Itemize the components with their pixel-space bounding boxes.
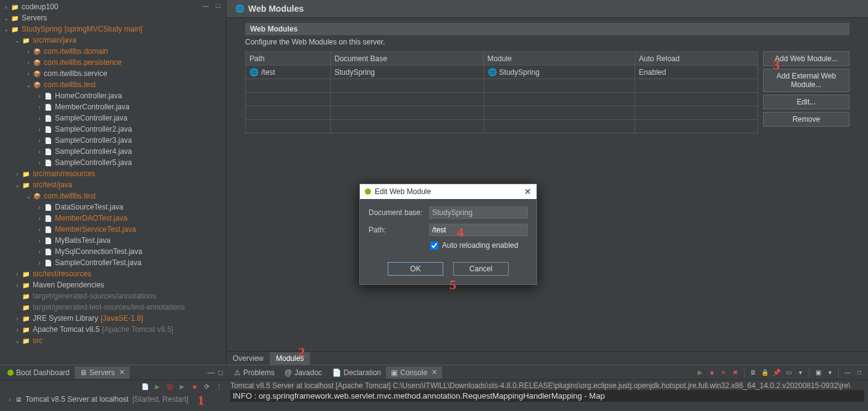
scroll-lock-icon[interactable]: 🔒: [760, 368, 770, 378]
tree-row[interactable]: ›SampleController.java: [0, 112, 226, 124]
close-icon[interactable]: ✕: [524, 187, 532, 197]
start-icon[interactable]: ▶: [152, 381, 162, 391]
expand-icon[interactable]: ›: [36, 204, 43, 211]
maximize-icon[interactable]: □: [214, 1, 222, 10]
tree-row[interactable]: ›com.itwillbs.domain: [0, 46, 226, 57]
run-icon[interactable]: ▶: [695, 368, 705, 378]
expand-icon[interactable]: ›: [14, 171, 21, 177]
tab-modules[interactable]: Modules: [270, 352, 310, 365]
expand-icon[interactable]: ›: [36, 104, 43, 111]
minimize-icon[interactable]: —: [843, 368, 853, 378]
expand-icon[interactable]: ›: [2, 4, 10, 11]
expand-icon[interactable]: ⌄: [2, 26, 10, 33]
expand-icon[interactable]: ›: [36, 115, 43, 122]
profile-icon[interactable]: ▶: [177, 381, 187, 391]
tree-row[interactable]: ›JRE System Library [JavaSE-1.8]: [0, 313, 226, 324]
tree-row[interactable]: ›DataSourceTest.java: [0, 201, 226, 213]
tab-declaration[interactable]: 📄Declaration: [327, 367, 386, 379]
tree-row[interactable]: ⌄src: [0, 335, 226, 346]
tree-row[interactable]: ›SampleController4.java: [0, 146, 226, 157]
tree-row[interactable]: target/generated-test-sources/test-annot…: [0, 302, 226, 313]
expand-icon[interactable]: ›: [14, 271, 21, 278]
table-header[interactable]: Path: [246, 52, 331, 66]
expand-icon[interactable]: ⌄: [25, 193, 32, 200]
table-header[interactable]: Document Base: [330, 52, 483, 66]
project-tree[interactable]: ›codeup100⌄Servers⌄StudySpring [springMV…: [0, 0, 226, 350]
expand-icon[interactable]: ›: [25, 70, 32, 77]
tree-row[interactable]: ›Apache Tomcat v8.5 [Apache Tomcat v8.5]: [0, 324, 226, 335]
table-header[interactable]: Auto Reload: [635, 52, 757, 66]
table-header[interactable]: Module: [483, 52, 635, 66]
add-web-module-button[interactable]: Add Web Module...: [763, 51, 849, 66]
tree-row[interactable]: ⌄src/test/java: [0, 179, 226, 190]
tree-row[interactable]: ›SampleControllerTest.java: [0, 257, 226, 268]
tree-row[interactable]: ›codeup100: [0, 1, 226, 12]
new-console-icon[interactable]: ▣: [813, 368, 823, 378]
terminate-icon[interactable]: ■: [707, 368, 717, 378]
tree-row[interactable]: ›MyBatisTest.java: [0, 235, 226, 246]
expand-icon[interactable]: ⌄: [14, 37, 21, 44]
close-icon[interactable]: ✕: [432, 368, 437, 376]
expand-icon[interactable]: ⌄: [2, 15, 10, 22]
expand-icon[interactable]: ⌄: [14, 182, 21, 189]
expand-icon[interactable]: ›: [14, 315, 21, 322]
tree-row[interactable]: ›src/test/resources: [0, 268, 226, 279]
show-console-icon[interactable]: ▾: [825, 368, 835, 378]
maximize-icon[interactable]: □: [219, 368, 227, 377]
remove-all-icon[interactable]: ✖: [730, 368, 740, 378]
maximize-icon[interactable]: □: [854, 368, 864, 378]
tree-row[interactable]: target/generated-sources/annotations: [0, 290, 226, 302]
expand-icon[interactable]: ›: [14, 326, 21, 333]
tree-row[interactable]: ›com.itwillbs.persistence: [0, 57, 226, 68]
expand-icon[interactable]: ›: [36, 126, 43, 133]
tab-console[interactable]: ▣Console✕: [386, 367, 442, 379]
web-modules-table[interactable]: PathDocument BaseModuleAuto Reload🌐/test…: [245, 51, 758, 133]
tree-row[interactable]: ›Maven Dependencies: [0, 279, 226, 290]
minimize-icon[interactable]: —: [201, 1, 210, 10]
cancel-button[interactable]: Cancel: [453, 262, 509, 276]
tab-problems[interactable]: ⚠Problems: [229, 367, 280, 379]
tab-overview[interactable]: Overview: [227, 352, 270, 365]
expand-icon[interactable]: ›: [36, 159, 43, 166]
tab-javadoc[interactable]: @Javadoc: [280, 367, 327, 379]
tree-row[interactable]: ⌄com.itwillbs.test: [0, 190, 226, 201]
remove-button[interactable]: Remove: [763, 112, 849, 127]
path-input[interactable]: [429, 224, 528, 236]
expand-icon[interactable]: ›: [36, 237, 43, 244]
expand-icon[interactable]: ⌄: [14, 337, 21, 344]
tree-row[interactable]: ›MemberServiceTest.java: [0, 224, 226, 235]
expand-icon[interactable]: ›: [6, 396, 14, 403]
clear-icon[interactable]: 🗎: [748, 368, 758, 378]
tree-row[interactable]: ›SampleController2.java: [0, 124, 226, 135]
minimize-icon[interactable]: —: [207, 368, 219, 377]
expand-icon[interactable]: ›: [36, 93, 43, 100]
expand-icon[interactable]: ›: [36, 137, 43, 144]
tree-row[interactable]: ›com.itwillbs.service: [0, 68, 226, 79]
stop-icon[interactable]: ■: [190, 381, 199, 391]
display-icon[interactable]: ▭: [783, 368, 793, 378]
expand-icon[interactable]: ›: [25, 59, 32, 66]
tree-row[interactable]: ⌄com.itwillbs.test: [0, 79, 226, 90]
tree-row[interactable]: ›HomeController.java: [0, 90, 226, 101]
tree-row[interactable]: ⌄src/main/java: [0, 35, 226, 46]
expand-icon[interactable]: ›: [36, 248, 43, 255]
tree-row[interactable]: ›SampleController3.java: [0, 135, 226, 146]
expand-icon[interactable]: ›: [36, 226, 43, 233]
tree-row[interactable]: ›SampleController5.java: [0, 157, 226, 168]
add-external-web-module-button[interactable]: Add External Web Module...: [763, 69, 849, 92]
publish-icon[interactable]: ⟳: [202, 381, 212, 391]
tab-servers[interactable]: 🖥 Servers ✕: [75, 367, 130, 379]
expand-icon[interactable]: ⌄: [25, 82, 32, 88]
remove-icon[interactable]: ✕: [719, 368, 728, 378]
expand-icon[interactable]: ›: [36, 148, 43, 155]
tab-boot-dashboard[interactable]: Boot Dashboard: [2, 367, 75, 379]
menu-icon[interactable]: ⋮: [214, 381, 224, 391]
debug-icon[interactable]: 🐞: [165, 381, 175, 391]
auto-reload-checkbox[interactable]: [430, 242, 438, 250]
tree-row[interactable]: ›src/main/resources: [0, 168, 226, 179]
expand-icon[interactable]: ›: [36, 260, 43, 266]
expand-icon[interactable]: ›: [36, 215, 43, 222]
expand-icon[interactable]: ›: [14, 282, 21, 289]
tree-row[interactable]: ›MemberController.java: [0, 101, 226, 112]
close-icon[interactable]: ✕: [119, 368, 125, 376]
